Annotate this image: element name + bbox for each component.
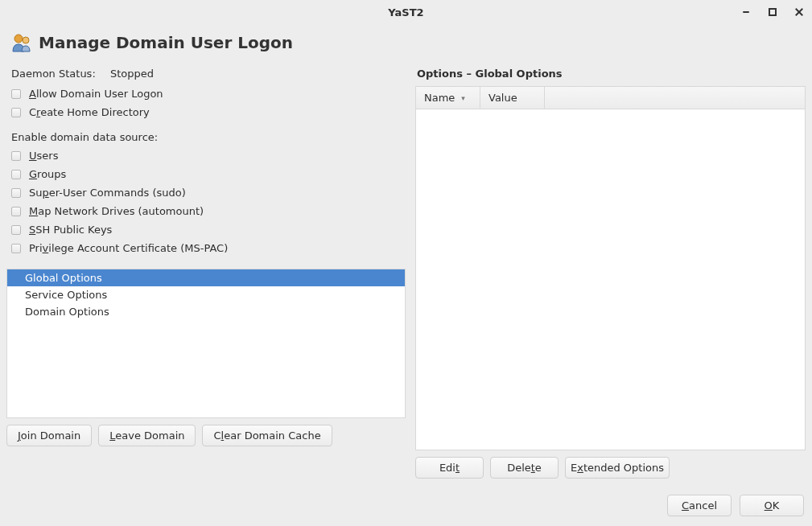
leave-domain-button[interactable]: Leave Domain bbox=[98, 425, 196, 446]
daemon-status-row: Daemon Status: Stopped bbox=[6, 68, 406, 84]
sudo-label[interactable]: Super-User Commands (sudo) bbox=[29, 187, 186, 199]
sort-indicator-icon: ▾ bbox=[461, 94, 465, 102]
column-header-spacer bbox=[545, 87, 805, 109]
maximize-icon[interactable] bbox=[769, 8, 777, 16]
column-value-label: Value bbox=[488, 92, 517, 104]
pac-label[interactable]: Privilege Account Certificate (MS-PAC) bbox=[29, 242, 228, 254]
table-body[interactable] bbox=[416, 109, 805, 450]
allow-logon-checkbox[interactable] bbox=[11, 89, 21, 99]
right-panel: Options – Global Options Name ▾ Value Ed… bbox=[415, 68, 806, 479]
data-source-label: Enable domain data source: bbox=[6, 121, 406, 146]
delete-button[interactable]: Delete bbox=[490, 457, 559, 479]
edit-button[interactable]: Edit bbox=[415, 457, 484, 479]
pac-checkbox[interactable] bbox=[11, 244, 21, 253]
page-title: Manage Domain User Logon bbox=[39, 33, 293, 52]
groups-checkbox[interactable] bbox=[11, 170, 21, 179]
groups-row: Groups bbox=[6, 165, 406, 183]
column-header-value[interactable]: Value bbox=[480, 87, 545, 109]
ssh-row: SSH Public Keys bbox=[6, 220, 406, 239]
allow-logon-row: Allow Domain User Logon bbox=[6, 84, 406, 103]
left-button-row: Join Domain Leave Domain Clear Domain Ca… bbox=[6, 418, 406, 446]
users-row: Users bbox=[6, 146, 406, 165]
ssh-label[interactable]: SSH Public Keys bbox=[29, 224, 112, 236]
options-item-global[interactable]: Global Options bbox=[7, 269, 405, 286]
svg-point-0 bbox=[14, 35, 23, 43]
automount-checkbox[interactable] bbox=[11, 207, 21, 216]
options-item-domain[interactable]: Domain Options bbox=[7, 303, 405, 320]
groups-label[interactable]: Groups bbox=[29, 168, 66, 180]
automount-label[interactable]: Map Network Drives (automount) bbox=[29, 205, 204, 217]
content-area: Daemon Status: Stopped Allow Domain User… bbox=[0, 68, 812, 479]
join-domain-button[interactable]: Join Domain bbox=[6, 425, 92, 446]
page-header: Manage Domain User Logon bbox=[0, 24, 812, 68]
footer: Cancel OK bbox=[0, 479, 812, 526]
automount-row: Map Network Drives (automount) bbox=[6, 202, 406, 220]
options-list[interactable]: Global Options Service Options Domain Op… bbox=[6, 269, 406, 418]
svg-point-1 bbox=[23, 37, 29, 43]
close-icon[interactable] bbox=[793, 6, 806, 18]
create-home-checkbox[interactable] bbox=[11, 108, 21, 117]
extended-options-button[interactable]: Extended Options bbox=[565, 457, 670, 479]
daemon-status-label: Daemon Status: bbox=[11, 68, 96, 80]
options-panel-title: Options – Global Options bbox=[415, 68, 806, 86]
options-table: Name ▾ Value bbox=[415, 86, 806, 450]
left-panel: Daemon Status: Stopped Allow Domain User… bbox=[6, 68, 406, 479]
column-name-label: Name bbox=[424, 92, 455, 104]
column-header-name[interactable]: Name ▾ bbox=[416, 87, 480, 109]
yast-window: YaST2 Manage Domain User Logon Daemon St… bbox=[0, 0, 812, 526]
users-checkbox[interactable] bbox=[11, 151, 21, 161]
title-bar: YaST2 bbox=[0, 0, 812, 24]
table-header: Name ▾ Value bbox=[416, 87, 805, 109]
options-item-service[interactable]: Service Options bbox=[7, 286, 405, 303]
create-home-row: Create Home Directory bbox=[6, 103, 406, 121]
pac-row: Privilege Account Certificate (MS-PAC) bbox=[6, 239, 406, 257]
ssh-checkbox[interactable] bbox=[11, 225, 21, 235]
daemon-status-value: Stopped bbox=[110, 68, 154, 80]
right-button-row: Edit Delete Extended Options bbox=[415, 450, 806, 479]
sudo-row: Super-User Commands (sudo) bbox=[6, 183, 406, 202]
window-title: YaST2 bbox=[388, 6, 423, 18]
clear-cache-button[interactable]: Clear Domain Cache bbox=[202, 425, 332, 446]
users-icon bbox=[11, 32, 32, 53]
minimize-icon[interactable] bbox=[740, 6, 752, 18]
window-controls bbox=[740, 0, 806, 24]
ok-button[interactable]: OK bbox=[740, 495, 804, 516]
cancel-button[interactable]: Cancel bbox=[667, 495, 732, 516]
sudo-checkbox[interactable] bbox=[11, 188, 21, 198]
users-label[interactable]: Users bbox=[29, 150, 58, 162]
create-home-label[interactable]: Create Home Directory bbox=[29, 106, 150, 118]
allow-logon-label[interactable]: Allow Domain User Logon bbox=[29, 88, 163, 100]
